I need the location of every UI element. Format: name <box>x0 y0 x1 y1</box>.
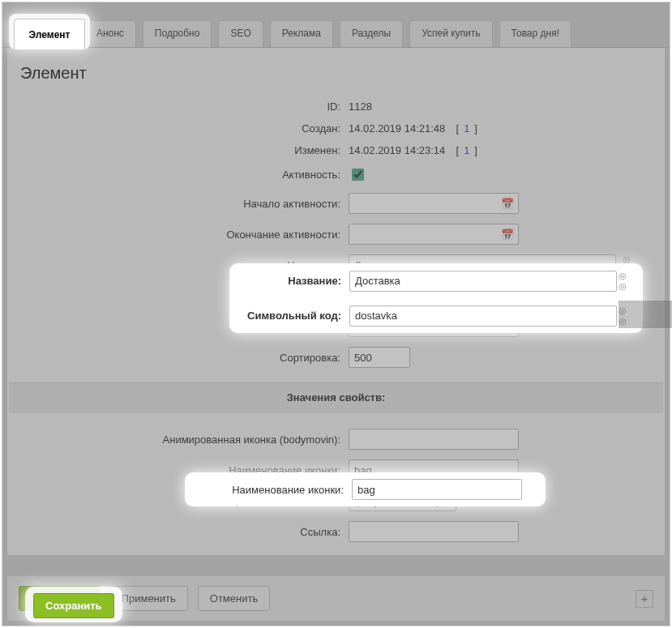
tab-sections[interactable]: Разделы <box>340 20 403 47</box>
lang-icon[interactable]: ◎ <box>618 306 627 315</box>
tab-hurry[interactable]: Успей купить <box>409 20 492 47</box>
bodymovin-input[interactable] <box>349 429 519 450</box>
lang-icon[interactable]: ◎ <box>618 271 627 280</box>
panel-title: Элемент <box>7 48 665 96</box>
tab-adv[interactable]: Реклама <box>270 20 333 47</box>
label-code-hl: Символьный код: <box>234 310 349 322</box>
highlight-save: Сохранить <box>25 587 122 622</box>
add-button[interactable]: + <box>636 590 653 608</box>
lang-icon[interactable]: ◎ <box>618 282 627 291</box>
value-id: 1128 <box>349 100 652 113</box>
label-active-from: Начало активности: <box>20 198 349 210</box>
cancel-button[interactable]: Отменить <box>198 586 270 611</box>
tab-element-highlight[interactable]: Элемент <box>14 19 85 49</box>
label-link: Ссылка: <box>20 526 349 538</box>
props-header: Значения свойств: <box>9 382 663 412</box>
label-bodymovin: Анимированная иконка (bodymovin): <box>20 434 349 446</box>
highlight-name-code: Название: ◎ ◎ Символьный код: ◎ ◎ <box>229 263 643 333</box>
tab-detail[interactable]: Подробно <box>143 20 212 47</box>
label-id: ID: <box>20 100 349 113</box>
active-from-input[interactable] <box>349 193 519 214</box>
save-button-hl[interactable]: Сохранить <box>33 593 114 618</box>
label-active-to: Окончание активности: <box>20 229 349 241</box>
sort-input[interactable] <box>349 347 410 368</box>
value-created: 14.02.2019 14:21:48 <box>349 122 445 135</box>
lang-icon[interactable]: ◎ <box>618 317 627 326</box>
highlight-tab: Элемент <box>9 14 90 49</box>
tabs-bar: Элемент Анонс Подробно SEO Реклама Разде… <box>2 2 670 48</box>
active-to-input[interactable] <box>349 224 519 245</box>
active-checkbox[interactable] <box>352 169 364 181</box>
label-created: Создан: <box>20 122 349 135</box>
tab-dayitem[interactable]: Товар дня! <box>499 20 571 47</box>
iconname-input-hl[interactable] <box>352 479 522 500</box>
tab-anons[interactable]: Анонс <box>84 20 136 47</box>
value-modified: 14.02.2019 14:23:14 <box>349 144 445 156</box>
label-active: Активность: <box>20 169 349 181</box>
link-input[interactable] <box>349 521 519 542</box>
created-user-link[interactable]: 1 <box>464 122 469 135</box>
name-input-hl[interactable] <box>349 271 617 292</box>
tab-seo[interactable]: SEO <box>218 20 263 47</box>
label-modified: Изменен: <box>20 144 349 156</box>
label-iconname-hl: Наименование иконки: <box>190 484 352 496</box>
label-sort: Сортировка: <box>20 352 349 364</box>
highlight-iconname: Наименование иконки: <box>185 472 546 506</box>
modified-user-link[interactable]: 1 <box>464 144 469 156</box>
label-name-hl: Название: <box>234 275 349 287</box>
code-input-hl[interactable] <box>349 305 617 327</box>
